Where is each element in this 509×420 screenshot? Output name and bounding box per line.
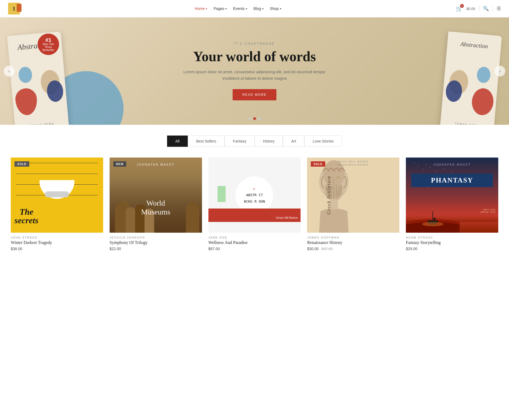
filter-love-stories[interactable]: Love Stories bbox=[304, 136, 342, 147]
product-image-wrap: Thesecrets SOLD bbox=[11, 158, 103, 233]
nav-item-shop[interactable]: Shop ▾ bbox=[270, 6, 281, 11]
svg-point-3 bbox=[336, 176, 340, 179]
logo[interactable]: 1 bbox=[8, 3, 20, 14]
menu-icon[interactable]: ☰ bbox=[497, 6, 501, 12]
main-nav: Home ▾ Pages ▾ Events ▾ Blog ▾ Shop ▾ bbox=[195, 6, 281, 11]
search-icon[interactable]: 🔍 bbox=[483, 6, 489, 12]
slider-dot-2[interactable] bbox=[253, 117, 256, 120]
hero-slider: Abstraction TOMAS BERN #1 New York Times… bbox=[0, 17, 509, 125]
abstract-author-text: Jonas Nill Barton bbox=[276, 216, 298, 219]
hero-description: Lorem ipsum dolor sit amet, consectetur … bbox=[179, 69, 330, 82]
badge-number: #1 bbox=[45, 37, 51, 43]
museum-title-text: WorldMuseums bbox=[110, 199, 202, 217]
hero-cta-button[interactable]: READ MORE bbox=[233, 89, 276, 100]
chevron-down-icon: ▾ bbox=[225, 7, 227, 10]
product-card[interactable]: Thesecrets SOLD JOHN STRASS Winter Darke… bbox=[11, 158, 103, 251]
divider bbox=[479, 6, 479, 11]
svg-point-7 bbox=[434, 218, 436, 220]
book-right-shape-blue bbox=[476, 66, 491, 83]
filter-section: All Best Sellers Fantasy History Art Lov… bbox=[0, 125, 509, 152]
product-price: $38.00 bbox=[11, 247, 103, 251]
product-name: Symphony Of Trilogy bbox=[110, 240, 202, 245]
product-image-wrap: ✕ ABSTR CT BCKG R OUN Jonas Nill Barton bbox=[208, 158, 301, 233]
nav-label-blog: Blog bbox=[254, 6, 261, 11]
filter-art[interactable]: Art bbox=[283, 136, 304, 147]
nav-item-events[interactable]: Events ▾ bbox=[233, 6, 247, 11]
slider-next-button[interactable]: › bbox=[494, 66, 505, 76]
nav-item-home[interactable]: Home ▾ bbox=[195, 6, 207, 11]
product-author: ADAM STRASS bbox=[406, 236, 498, 239]
book-title-text: Thesecrets bbox=[15, 207, 38, 225]
nav-label-pages: Pages bbox=[214, 6, 224, 11]
cart-button[interactable]: 🛒 0 bbox=[456, 5, 463, 12]
filter-history[interactable]: History bbox=[255, 136, 283, 147]
chevron-down-icon: ▾ bbox=[206, 7, 207, 10]
book-cover-abstract: ✕ ABSTR CT BCKG R OUN Jonas Nill Barton bbox=[208, 158, 301, 233]
filter-fantasy[interactable]: Fantasy bbox=[225, 136, 255, 147]
greek-side-text: Greek Sculpture bbox=[326, 176, 332, 215]
book-right-title: Abstraction bbox=[447, 39, 501, 51]
abstract-glitch-text: ✕ ABSTR CT BCKG R OUN bbox=[233, 186, 276, 204]
phantasy-bottom-label: WHY YOUWRITE THIS bbox=[481, 209, 496, 213]
product-card[interactable]: Greek Sculpture WHAT SELL BOOKS HANDYMAN… bbox=[307, 158, 399, 251]
phantasy-author-label: JOHNATAN MASST bbox=[406, 163, 498, 166]
cart-badge: 0 bbox=[460, 4, 464, 8]
book-left-author: TOMAS BERN bbox=[15, 121, 69, 125]
hero-title: Your world of words bbox=[179, 49, 330, 64]
slider-dots bbox=[248, 117, 261, 120]
product-price: $30.00 $47.00 bbox=[307, 247, 399, 251]
phantasy-boat-svg bbox=[406, 206, 460, 233]
slider-prev-button[interactable]: ‹ bbox=[4, 66, 15, 76]
book-right-shape-red bbox=[471, 87, 494, 116]
products-grid: Thesecrets SOLD JOHN STRASS Winter Darke… bbox=[11, 158, 498, 251]
book-shape-red bbox=[15, 87, 38, 116]
greek-statue-svg bbox=[307, 158, 361, 233]
hero-book-right: Abstraction TOMAS BERN bbox=[440, 31, 502, 125]
product-price: $67.00 bbox=[208, 247, 301, 251]
chevron-down-icon: ▾ bbox=[262, 7, 263, 10]
product-author: JESSICA JOHNSON bbox=[110, 236, 202, 239]
product-author: JOHN STRASS bbox=[11, 236, 103, 239]
product-card[interactable]: ✕ ABSTR CT BCKG R OUN Jonas Nill Barton … bbox=[208, 158, 301, 251]
logo-number: 1 bbox=[13, 5, 16, 12]
badge-line2: Times bbox=[45, 46, 52, 49]
nav-label-home: Home bbox=[195, 6, 205, 11]
product-author: JAMES HOFFMAN bbox=[307, 236, 399, 239]
product-card[interactable]: JOHNATAN MASST PHANTASY bbox=[406, 158, 498, 251]
filter-best-sellers[interactable]: Best Sellers bbox=[188, 136, 225, 147]
logo-icon: 1 bbox=[8, 3, 20, 14]
product-name: Wellness And Paradise bbox=[208, 240, 301, 245]
cart-total: $0.00 bbox=[466, 7, 475, 11]
glitch-streak-1 bbox=[218, 186, 226, 202]
badge-line3: Bestseller bbox=[42, 49, 54, 52]
nav-item-blog[interactable]: Blog ▾ bbox=[254, 6, 263, 11]
products-section: Thesecrets SOLD JOHN STRASS Winter Darke… bbox=[0, 152, 509, 267]
product-image-wrap: Greek Sculpture WHAT SELL BOOKS HANDYMAN… bbox=[307, 158, 399, 233]
glitch-streak-2 bbox=[281, 189, 287, 200]
product-price: $22.00 bbox=[110, 247, 202, 251]
slider-dot-1[interactable] bbox=[248, 117, 251, 120]
nav-label-events: Events bbox=[233, 6, 245, 11]
slider-dot-3[interactable] bbox=[258, 117, 261, 120]
filter-all[interactable]: All bbox=[167, 136, 188, 147]
nav-item-pages[interactable]: Pages ▾ bbox=[214, 6, 227, 11]
chevron-down-icon: ▾ bbox=[246, 7, 247, 10]
product-image-wrap: JOHNATAN MASST PHANTASY bbox=[406, 158, 498, 233]
product-badge-sale: SALE bbox=[311, 161, 325, 167]
book-cover-phantasy: JOHNATAN MASST PHANTASY bbox=[406, 158, 498, 233]
product-name: Winter Darkest Tragedy bbox=[11, 240, 103, 245]
product-original-price: $47.00 bbox=[321, 247, 333, 251]
svg-point-9 bbox=[422, 222, 443, 226]
hero-subtitle: IT'S CHAPTERONE bbox=[179, 42, 330, 46]
product-card[interactable]: JOHNATAN MASST WorldMuseums NEW JESSICA … bbox=[110, 158, 202, 251]
product-author: JANE DOE bbox=[208, 236, 301, 239]
nav-label-shop: Shop bbox=[270, 6, 279, 11]
product-name: Fantasy Storytelling bbox=[406, 240, 498, 245]
header: 1 Home ▾ Pages ▾ Events ▾ Blog ▾ Shop ▾ … bbox=[0, 0, 509, 17]
product-badge-new: NEW bbox=[113, 161, 127, 167]
product-badge-sold: SOLD bbox=[15, 161, 29, 167]
abstract-bottom-bar bbox=[208, 209, 301, 222]
chevron-down-icon: ▾ bbox=[280, 7, 281, 10]
book-cover-museums: JOHNATAN MASST WorldMuseums bbox=[110, 158, 202, 233]
header-actions: 🛒 0 $0.00 🔍 ☰ bbox=[456, 5, 501, 12]
